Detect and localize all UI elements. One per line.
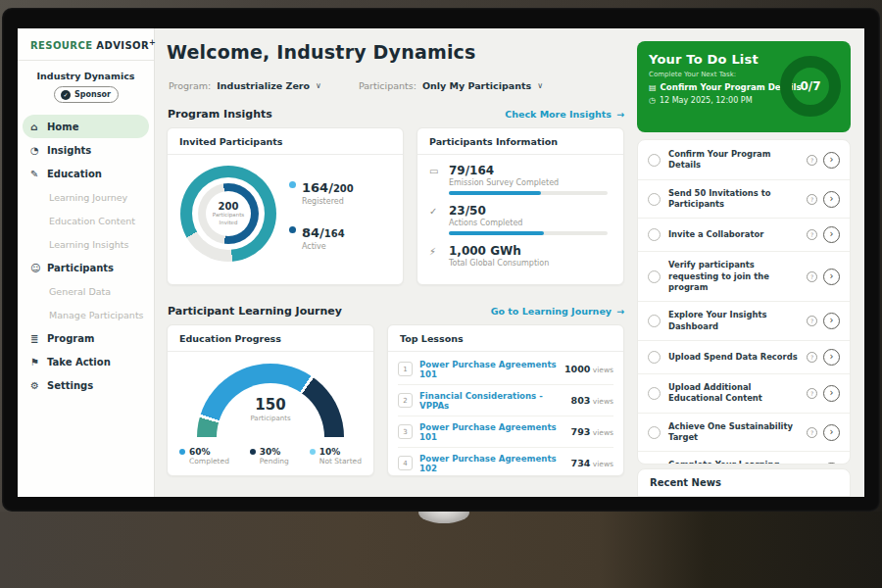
help-icon[interactable]: ? — [807, 352, 817, 363]
insights-icon: ◔ — [30, 145, 47, 156]
lesson-power-purchase-agreements-101: 3 Power Purchase Agreements 101 793 view… — [398, 416, 613, 448]
sidebar: RESOURCE ADVISOR+ Industry Dynamics ✓ Sp… — [18, 28, 155, 497]
progress-bar — [449, 231, 608, 235]
help-icon[interactable]: ? — [807, 155, 817, 166]
lesson-link[interactable]: Power Purchase Agreements 102 — [419, 454, 571, 473]
donut-center-value: 200 — [219, 201, 239, 212]
lesson-views-suffix: views — [590, 397, 613, 406]
gauge-legend: 60% Completed 30% Pending — [168, 438, 373, 466]
chevron-right-icon[interactable]: › — [823, 191, 840, 208]
participants-filter-label: Participants: — [359, 80, 416, 91]
check-more-insights-link[interactable]: Check More Insights→ — [505, 109, 624, 120]
sidebar-item-learning-journey[interactable]: Learning Journey — [18, 185, 154, 209]
task-checkbox[interactable] — [648, 270, 661, 283]
gauge-center-label: Participants — [197, 415, 344, 422]
todo-progress-count: 0/7 — [800, 79, 820, 93]
chevron-right-icon[interactable]: › — [823, 385, 840, 402]
legend-item-completed: 60% Completed — [179, 447, 229, 466]
go-to-learning-journey-link[interactable]: Go to Learning Journey→ — [491, 306, 624, 317]
arrow-right-icon: → — [616, 109, 624, 120]
sidebar-item-education-content[interactable]: Education Content — [18, 209, 154, 232]
lesson-views-suffix: views — [590, 428, 613, 437]
legend-dot — [289, 226, 296, 233]
task-checkbox[interactable] — [648, 351, 661, 364]
chevron-right-icon[interactable]: › — [823, 226, 840, 243]
top-lessons-card: Top Lessons 1 Power Purchase Agreements … — [387, 324, 624, 476]
recent-news-card: Recent News — [637, 468, 851, 497]
task-checkbox[interactable] — [648, 154, 661, 167]
legend-dot — [310, 449, 316, 455]
info-row-emission-survey-completed: ▭ 79/164 Emission Survey Completed — [429, 164, 612, 195]
todo-tasks-card: Confirm Your Program Details ? › Send 50… — [637, 139, 851, 465]
participants-filter[interactable]: Participants: Only My Participants ∨ — [359, 80, 543, 91]
progress-bar — [449, 191, 608, 195]
clock-icon: ◷ — [649, 96, 656, 105]
sidebar-item-learning-insights[interactable]: Learning Insights — [18, 232, 154, 256]
page-title: Welcome, Industry Dynamics — [167, 41, 476, 63]
legend-item-pending: 30% Pending — [250, 447, 289, 466]
invited-participants-card: Invited Participants 200 Participants In… — [167, 127, 404, 285]
lesson-link[interactable]: Financial Considerations - VPPAs — [419, 391, 571, 411]
program-filter[interactable]: Program: Industrialize Zero ∨ — [169, 80, 321, 91]
sidebar-item-program[interactable]: ≣ Program — [18, 326, 154, 350]
lesson-link[interactable]: Power Purchase Agreements 101 — [419, 422, 571, 442]
home-icon: ⌂ — [30, 122, 47, 132]
survey-icon: ▭ — [429, 166, 441, 195]
donut-center-label: Participants Invited — [209, 212, 248, 226]
sidebar-item-settings[interactable]: ⚙ Settings — [18, 373, 154, 397]
donut-legend: 164/200 Registered 84/164 Active — [289, 177, 354, 251]
task-verify-participants-requesting-to-join-the-program: Verify participants requesting to join t… — [638, 252, 850, 302]
help-icon[interactable]: ? — [807, 427, 817, 438]
card-title: Participants Information — [417, 128, 623, 155]
help-icon[interactable]: ? — [807, 194, 817, 205]
sidebar-item-manage-participants[interactable]: Manage Participants — [18, 303, 154, 326]
lesson-power-purchase-agreements-101: 1 Power Purchase Agreements 101 1000 vie… — [398, 354, 613, 385]
help-icon[interactable]: ? — [807, 316, 817, 326]
task-list: Confirm Your Program Details ? › Send 50… — [638, 141, 850, 465]
task-checkbox[interactable] — [648, 387, 661, 400]
lesson-views-count: 803 — [571, 395, 591, 406]
sidebar-item-insights[interactable]: ◔ Insights — [18, 138, 154, 162]
sidebar-nav: ⌂ Home ◔ Insights ✎ Education Learning J… — [18, 115, 154, 397]
lesson-rank-badge: 1 — [398, 362, 413, 376]
card-title: Education Progress — [168, 325, 373, 352]
lesson-rank-badge: 2 — [398, 393, 413, 408]
chevron-right-icon[interactable]: › — [823, 269, 840, 285]
help-icon[interactable]: ? — [807, 388, 817, 399]
task-confirm-your-program-details: Confirm Your Program Details ? › — [638, 141, 850, 180]
task-checkbox[interactable] — [648, 315, 661, 327]
sidebar-item-general-data[interactable]: General Data — [18, 279, 154, 303]
program-filter-label: Program: — [169, 80, 211, 91]
sponsor-badge-icon: ✓ — [61, 90, 71, 100]
task-achieve-one-sustainability-target: Achieve One Sustainability Target ? › — [638, 414, 850, 453]
arrow-right-icon: → — [616, 306, 624, 317]
sidebar-item-take-action[interactable]: ⚑ Take Action — [18, 350, 154, 373]
chevron-right-icon[interactable]: › — [823, 152, 840, 169]
gauge-center-value: 150 — [197, 396, 344, 414]
education-progress-gauge: 150 Participants — [197, 364, 344, 438]
sidebar-item-education[interactable]: ✎ Education — [18, 162, 154, 185]
sidebar-item-participants[interactable]: ☺ Participants — [18, 256, 154, 279]
chevron-right-icon[interactable]: › — [823, 313, 840, 329]
chevron-right-icon[interactable]: › — [823, 463, 840, 465]
chevron-right-icon[interactable]: › — [823, 424, 840, 441]
education-icon: ✎ — [30, 169, 47, 179]
task-checkbox[interactable] — [648, 193, 661, 206]
sidebar-item-home[interactable]: ⌂ Home — [23, 115, 149, 138]
lesson-rank-badge: 3 — [398, 424, 413, 439]
lesson-views-count: 793 — [571, 426, 591, 437]
chevron-down-icon: ∨ — [537, 81, 543, 90]
todo-summary-card: Your To Do List Complete Your Next Task:… — [637, 41, 851, 132]
section-heading-program-insights: Program Insights — [168, 108, 272, 121]
recent-news-title: Recent News — [638, 469, 850, 496]
legend-dot — [289, 181, 296, 188]
lesson-views-count: 1000 — [564, 364, 590, 374]
chevron-right-icon[interactable]: › — [823, 349, 840, 366]
dashboard-screen: RESOURCE ADVISOR+ Industry Dynamics ✓ Sp… — [18, 28, 864, 497]
task-checkbox[interactable] — [648, 228, 661, 241]
task-checkbox[interactable] — [648, 426, 661, 439]
learning-journey-header: Participant Learning Journey Go to Learn… — [168, 305, 624, 318]
help-icon[interactable]: ? — [807, 229, 817, 240]
help-icon[interactable]: ? — [807, 271, 817, 282]
lesson-link[interactable]: Power Purchase Agreements 101 — [419, 360, 564, 379]
